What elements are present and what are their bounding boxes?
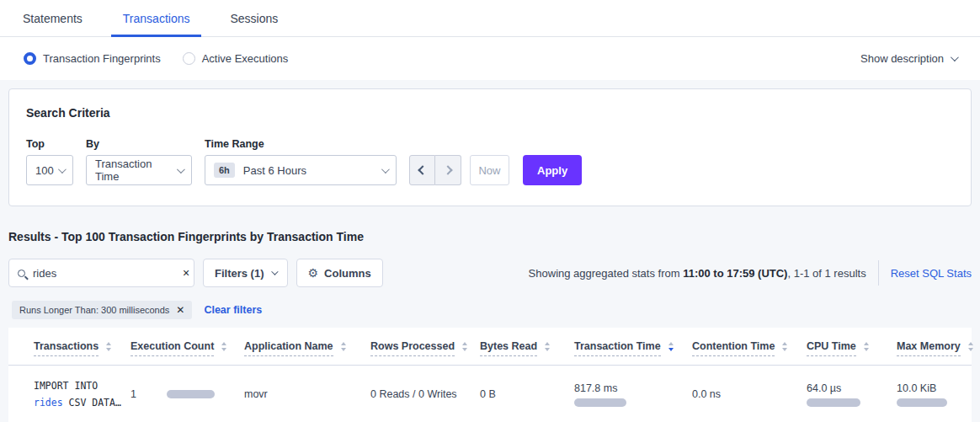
search-input[interactable] <box>33 267 181 280</box>
show-description-toggle[interactable]: Show description <box>860 52 956 65</box>
transactions-table: Transactions Execution Count Application… <box>8 328 972 422</box>
chevron-down-icon <box>58 165 67 174</box>
cpu-time-cell: 64.0 µs <box>807 382 897 407</box>
radio-unselected-icon <box>183 52 195 65</box>
chevron-left-icon <box>418 165 427 174</box>
results-toolbar: × Filters (1) ⚙ Columns Showing aggregat… <box>8 259 972 287</box>
rows-processed-value: 0 Reads / 0 Writes <box>370 388 457 400</box>
top-value: 100 <box>35 164 54 177</box>
sort-icon[interactable] <box>864 342 869 351</box>
col-cpu-time[interactable]: CPU Time <box>807 340 856 356</box>
radio-label: Active Executions <box>202 52 289 65</box>
filters-button-label: Filters (1) <box>215 267 264 280</box>
tab-statements[interactable]: Statements <box>11 0 94 36</box>
clear-search-icon[interactable]: × <box>181 267 191 279</box>
col-transactions[interactable]: Transactions <box>34 340 99 356</box>
by-label: By <box>86 138 192 150</box>
filter-pill: Runs Longer Than: 300 milliseconds ✕ <box>12 301 192 319</box>
bytes-read-value: 0 B <box>480 388 496 400</box>
view-toggle-bar: Transaction Fingerprints Active Executio… <box>0 37 980 80</box>
transaction-link[interactable]: rides <box>34 397 63 409</box>
sort-icon[interactable] <box>221 342 226 351</box>
sort-icon-active-desc[interactable] <box>668 342 674 351</box>
filter-pill-label: Runs Longer Than: 300 milliseconds <box>19 305 169 315</box>
time-range-field: Time Range 6h Past 6 Hours <box>205 138 397 185</box>
col-execution-count[interactable]: Execution Count <box>130 340 214 356</box>
col-max-memory[interactable]: Max Memory <box>897 340 961 356</box>
tab-sessions[interactable]: Sessions <box>218 0 290 36</box>
top-label: Top <box>26 138 73 150</box>
chevron-right-icon <box>443 165 452 174</box>
max-memory-bar <box>897 398 947 407</box>
tab-transactions[interactable]: Transactions <box>111 0 202 36</box>
chevron-down-icon <box>271 268 278 275</box>
page-tabs: Statements Transactions Sessions <box>0 0 980 37</box>
application-name-value: movr <box>244 388 268 400</box>
divider <box>878 260 879 286</box>
by-value: Transaction Time <box>95 158 177 183</box>
gear-icon: ⚙ <box>308 266 319 280</box>
search-criteria-card: Search Criteria Top 100 By Transaction T… <box>8 88 972 206</box>
remove-filter-icon[interactable]: ✕ <box>176 305 184 315</box>
col-application-name[interactable]: Application Name <box>244 340 333 356</box>
transaction-time-bar <box>574 398 626 407</box>
top-field: Top 100 <box>26 138 73 185</box>
aggregated-stats-note: Showing aggregated stats from 11:00 to 1… <box>529 267 866 280</box>
transaction-time-cell: 817.8 ms <box>574 382 692 407</box>
sort-icon[interactable] <box>341 342 346 351</box>
table-row: IMPORT INTO rides CSV DATA… 1 movr 0 Rea… <box>8 366 972 422</box>
filters-button[interactable]: Filters (1) <box>203 259 288 287</box>
show-description-label: Show description <box>860 52 944 65</box>
col-transaction-time[interactable]: Transaction Time <box>574 340 661 356</box>
max-memory-cell: 10.0 KiB <box>897 382 972 407</box>
execution-count-cell: 1 <box>130 388 244 400</box>
time-range-select[interactable]: 6h Past 6 Hours <box>205 155 397 185</box>
col-bytes-read[interactable]: Bytes Read <box>480 340 537 356</box>
sort-icon[interactable] <box>462 342 467 351</box>
execution-count-value: 1 <box>130 388 136 400</box>
chevron-down-icon <box>381 165 390 174</box>
radio-label: Transaction Fingerprints <box>43 52 161 65</box>
reset-sql-stats-link[interactable]: Reset SQL Stats <box>891 267 972 280</box>
columns-button-label: Columns <box>324 267 371 280</box>
sort-icon[interactable] <box>782 342 787 351</box>
results-search-box[interactable]: × <box>8 259 194 287</box>
contention-time-value: 0.0 ns <box>692 388 721 400</box>
by-field: By Transaction Time <box>86 138 192 185</box>
time-range-arrows <box>409 155 461 185</box>
clear-filters-link[interactable]: Clear filters <box>204 304 262 316</box>
by-select[interactable]: Transaction Time <box>86 155 192 185</box>
col-rows-processed[interactable]: Rows Processed <box>370 340 455 356</box>
table-header-row: Transactions Execution Count Application… <box>8 328 972 366</box>
now-button[interactable]: Now <box>470 155 509 185</box>
execution-count-bar <box>167 390 215 398</box>
radio-transaction-fingerprints[interactable]: Transaction Fingerprints <box>24 52 161 65</box>
results-table-card: Transactions Execution Count Application… <box>8 328 972 422</box>
sort-icon[interactable] <box>106 342 111 351</box>
chevron-down-icon <box>951 53 959 61</box>
transaction-time-value: 817.8 ms <box>574 382 692 394</box>
max-memory-value: 10.0 KiB <box>897 382 972 394</box>
filter-pill-row: Runs Longer Than: 300 milliseconds ✕ Cle… <box>12 301 972 319</box>
cpu-time-value: 64.0 µs <box>807 382 897 394</box>
cpu-time-bar <box>807 398 860 407</box>
time-range-badge: 6h <box>214 163 235 178</box>
time-range-next-button[interactable] <box>435 155 461 185</box>
columns-button[interactable]: ⚙ Columns <box>296 259 383 287</box>
radio-active-executions[interactable]: Active Executions <box>183 52 289 65</box>
time-range-prev-button[interactable] <box>409 155 435 185</box>
time-range-label: Time Range <box>205 138 397 150</box>
top-select[interactable]: 100 <box>26 155 73 185</box>
radio-selected-icon <box>24 52 36 65</box>
sort-icon[interactable] <box>545 342 550 351</box>
transaction-fingerprint[interactable]: IMPORT INTO rides CSV DATA… <box>34 377 130 411</box>
time-range-value: Past 6 Hours <box>243 164 306 177</box>
results-heading: Results - Top 100 Transaction Fingerprin… <box>8 230 972 243</box>
apply-button[interactable]: Apply <box>523 155 582 185</box>
search-criteria-title: Search Criteria <box>26 106 954 120</box>
col-contention-time[interactable]: Contention Time <box>692 340 775 356</box>
search-icon <box>18 270 25 277</box>
sort-icon[interactable] <box>968 342 973 351</box>
chevron-down-icon <box>177 165 185 174</box>
